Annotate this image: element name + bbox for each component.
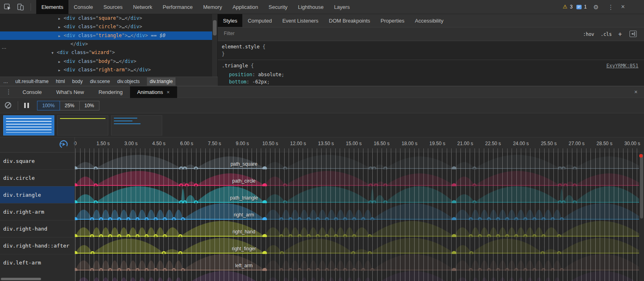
dom-overflow-dots[interactable]: …: [2, 44, 7, 50]
warning-icon[interactable]: ⚠: [563, 4, 568, 10]
pseudo-controls: :hov .cls +: [583, 27, 622, 41]
breadcrumb-item[interactable]: div.scene: [90, 79, 110, 84]
dom-tree-row[interactable]: ▼<div class="wizard">: [0, 48, 212, 57]
css-code-line[interactable]: }: [218, 50, 644, 58]
css-code-line[interactable]: element.style {: [218, 43, 644, 50]
animation-node-div-square[interactable]: div.square: [0, 152, 74, 169]
tab-styles[interactable]: Styles: [218, 14, 242, 27]
stylesheet-source-link[interactable]: ExyYRMK:851: [607, 62, 638, 69]
drawer-tab-console[interactable]: Console: [15, 86, 49, 98]
animation-node-div-right-hand--after[interactable]: div.right-hand::after: [0, 237, 74, 254]
dom-tree-row[interactable]: ▶<div class="triangle">…</div> == $0: [0, 31, 212, 40]
keyframe-row[interactable]: [75, 237, 639, 254]
tab-console[interactable]: Console: [68, 0, 98, 14]
tab-accessibility[interactable]: Accessibility: [410, 14, 449, 27]
dom-token: wizard: [92, 50, 109, 55]
drawer-tab-what-s-new[interactable]: What's New: [49, 86, 91, 98]
ruler-tick-label: 28.50 s: [597, 141, 612, 146]
tab-event-listeners[interactable]: Event Listeners: [277, 14, 324, 27]
css-code-line[interactable]: position: absolute;: [218, 71, 644, 78]
dom-tree-row[interactable]: ▶<div class="circle">…</div>: [0, 23, 212, 31]
tab-performance[interactable]: Performance: [157, 0, 198, 14]
tab-close-icon[interactable]: ×: [167, 86, 170, 98]
inspect-icon[interactable]: [4, 4, 11, 11]
drawer-close-icon[interactable]: ×: [634, 89, 638, 95]
breadcrumb-item[interactable]: div.objects: [117, 79, 140, 84]
breadcrumb-item[interactable]: ult.result-iframe: [15, 79, 49, 84]
styles-filter-input[interactable]: Filter: [224, 31, 235, 36]
scrollbar-thumb[interactable]: [640, 154, 643, 219]
animation-group-preview[interactable]: [57, 115, 108, 135]
kebab-menu-icon[interactable]: ⋮: [608, 4, 614, 11]
message-count[interactable]: 1: [584, 4, 587, 10]
keyframe-row[interactable]: [75, 271, 639, 281]
hov-toggle[interactable]: :hov: [583, 31, 594, 37]
pause-all-icon[interactable]: [24, 103, 29, 108]
settings-gear-icon[interactable]: ⚙: [593, 4, 599, 11]
expand-arrow-icon[interactable]: ▶: [58, 32, 64, 40]
animation-node-div-circle[interactable]: div.circle: [0, 169, 74, 186]
keyframe-row[interactable]: [75, 186, 639, 203]
animation-node-div-right-hand[interactable]: div.right-hand: [0, 220, 74, 237]
timeline-horizontal-scrollbar[interactable]: [1, 278, 41, 280]
tab-layers[interactable]: Layers: [329, 0, 355, 14]
sidebar-collapse-icon[interactable]: [630, 31, 637, 37]
breadcrumb-item[interactable]: html: [56, 79, 65, 84]
animation-group-preview[interactable]: [111, 115, 162, 135]
preview-thumbnail: [6, 118, 52, 133]
keyframe-row[interactable]: [75, 220, 639, 237]
keyframe-row[interactable]: [75, 254, 639, 271]
css-code-line[interactable]: .triangle {ExyYRMK:851: [218, 60, 644, 71]
animation-node-div-right-arm[interactable]: div.right-arm: [0, 203, 74, 220]
rate-10-percent[interactable]: 10%: [79, 101, 99, 110]
breadcrumb-item[interactable]: …: [3, 79, 8, 84]
clear-all-icon[interactable]: [5, 102, 11, 108]
breadcrumb-item[interactable]: div.triangle: [147, 77, 175, 85]
animation-node-div-left-arm[interactable]: div.left-arm: [0, 254, 74, 271]
tab-computed[interactable]: Computed: [242, 14, 277, 27]
tab-memory[interactable]: Memory: [198, 0, 227, 14]
expand-arrow-icon[interactable]: ▶: [58, 15, 64, 23]
rate-100-percent[interactable]: 100%: [37, 101, 60, 110]
breadcrumb-item[interactable]: body: [72, 79, 83, 84]
dom-tree-row[interactable]: ▶<div class="body">…</div>: [0, 57, 212, 66]
animation-node-div-triangle[interactable]: div.triangle: [0, 186, 74, 203]
css-code-line[interactable]: bottom: -62px;: [218, 78, 644, 85]
rate-25-percent[interactable]: 25%: [60, 101, 80, 110]
keyframe-row[interactable]: [75, 152, 639, 169]
elements-scrollbar[interactable]: [212, 14, 218, 77]
tab-elements[interactable]: Elements: [36, 0, 68, 14]
expand-arrow-icon[interactable]: ▶: [58, 58, 64, 66]
expand-arrow-icon[interactable]: ▼: [52, 49, 57, 57]
expand-arrow-icon[interactable]: ▶: [58, 23, 64, 31]
message-icon[interactable]: [576, 5, 582, 9]
tab-application[interactable]: Application: [227, 0, 264, 14]
css-token: bottom: [229, 79, 246, 85]
tab-security[interactable]: Security: [263, 0, 293, 14]
tab-sources[interactable]: Sources: [98, 0, 128, 14]
dom-tree-row[interactable]: </div>: [0, 40, 212, 48]
animation-group-preview[interactable]: [3, 115, 54, 135]
devtools-window: ElementsConsoleSourcesNetworkPerformance…: [0, 0, 644, 281]
warning-count[interactable]: 3: [570, 4, 573, 10]
keyframe-row[interactable]: [75, 203, 639, 220]
expand-arrow-icon[interactable]: ▶: [58, 66, 64, 75]
close-devtools-icon[interactable]: ×: [621, 3, 625, 10]
drawer-tab-rendering[interactable]: Rendering: [91, 86, 130, 98]
elements-scrollbar-thumb[interactable]: [213, 20, 217, 35]
keyframe-row[interactable]: [75, 169, 639, 186]
tab-dom-breakpoints[interactable]: DOM Breakpoints: [324, 14, 376, 27]
dom-tree-row[interactable]: ▶<div class="right-arm">…</div>: [0, 66, 212, 74]
timeline-vertical-scrollbar[interactable]: [639, 152, 644, 281]
dom-tree-row[interactable]: ▶<div class="square">…</div>: [0, 14, 212, 23]
ruler-tick-label: 25.50 s: [541, 141, 557, 146]
device-toolbar-icon[interactable]: [17, 3, 24, 11]
new-style-rule-button[interactable]: +: [618, 31, 622, 38]
drawer-kebab-icon[interactable]: ⋮: [6, 88, 12, 96]
replay-button[interactable]: [59, 139, 68, 149]
tab-properties[interactable]: Properties: [376, 14, 410, 27]
cls-toggle[interactable]: .cls: [601, 31, 612, 37]
tab-network[interactable]: Network: [128, 0, 158, 14]
tab-lighthouse[interactable]: Lighthouse: [293, 0, 329, 14]
drawer-tab-animations[interactable]: Animations×: [130, 86, 177, 98]
